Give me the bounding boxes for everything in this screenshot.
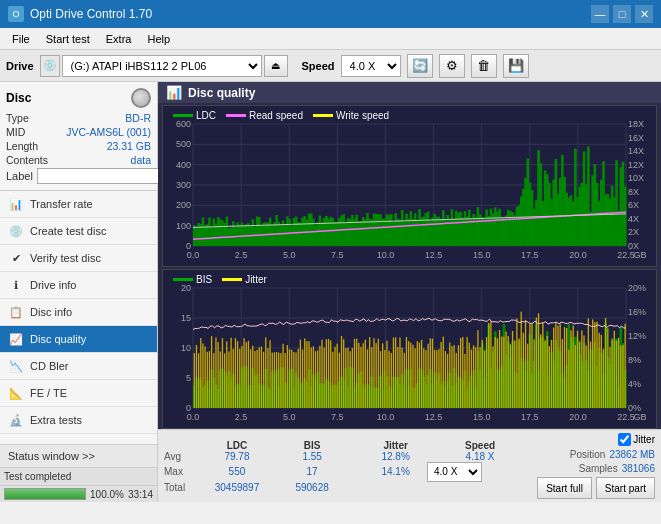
maximize-button[interactable]: □	[613, 5, 631, 23]
menu-extra[interactable]: Extra	[98, 31, 140, 47]
top-chart-canvas	[163, 106, 656, 264]
verify-test-disc-icon: ✔	[8, 250, 24, 266]
content-area: 📊 Disc quality LDC Read speed	[158, 82, 661, 502]
erase-button[interactable]: 🗑	[471, 54, 497, 78]
nav-drive-info[interactable]: ℹ Drive info	[0, 272, 157, 299]
disc-quality-icon: 📈	[8, 331, 24, 347]
stats-avg-jitter: 12.8%	[364, 451, 427, 462]
transfer-rate-icon: 📊	[8, 196, 24, 212]
stats-max-row: Max 550 17 14.1% 4.0 X	[164, 462, 533, 482]
nav-disc-quality[interactable]: 📈 Disc quality	[0, 326, 157, 353]
disc-panel-title: Disc	[6, 91, 31, 105]
nav-extra-tests[interactable]: 🔬 Extra tests	[0, 407, 157, 434]
menu-file[interactable]: File	[4, 31, 38, 47]
samples-row: Samples 381066	[579, 463, 655, 474]
position-row: Position 23862 MB	[570, 449, 655, 460]
drive-eject-button[interactable]: ⏏	[264, 55, 288, 77]
nav-fe-te[interactable]: 📐 FE / TE	[0, 380, 157, 407]
nav-transfer-rate[interactable]: 📊 Transfer rate	[0, 191, 157, 218]
drive-info-icon: ℹ	[8, 277, 24, 293]
nav-fe-te-label: FE / TE	[30, 387, 67, 399]
stats-total-ldc: 30459897	[194, 482, 280, 493]
disc-mid-value: JVC-AMS6L (001)	[66, 126, 151, 138]
nav-cd-bler-label: CD Bler	[30, 360, 69, 372]
app-title: Opti Drive Control 1.70	[30, 7, 152, 21]
legend-ldc: LDC	[173, 110, 216, 121]
legend-write-speed-color	[313, 114, 333, 117]
stats-speed-dropdown[interactable]: 4.0 X	[427, 462, 482, 482]
disc-label-label: Label	[6, 170, 33, 182]
speed-select[interactable]: 4.0 X	[341, 55, 401, 77]
position-label: Position	[570, 449, 606, 460]
legend-bis-label: BIS	[196, 274, 212, 285]
menu-bar: File Start test Extra Help	[0, 28, 661, 50]
disc-icon	[131, 88, 151, 108]
chart-header: 📊 Disc quality	[158, 82, 661, 103]
stats-max-label: Max	[164, 462, 194, 482]
stats-total-bis: 590628	[280, 482, 344, 493]
disc-type-label: Type	[6, 112, 29, 124]
disc-mid-label: MID	[6, 126, 25, 138]
nav-cd-bler[interactable]: 📉 CD Bler	[0, 353, 157, 380]
stats-avg-bis: 1.55	[280, 451, 344, 462]
nav-create-test-disc[interactable]: 💿 Create test disc	[0, 218, 157, 245]
settings-button[interactable]: ⚙	[439, 54, 465, 78]
drive-select[interactable]: (G:) ATAPI iHBS112 2 PL06	[62, 55, 262, 77]
stats-max-ldc: 550	[194, 462, 280, 482]
legend-ldc-color	[173, 114, 193, 117]
stats-header-speed: Speed	[427, 440, 533, 451]
stats-total-row: Total 30459897 590628	[164, 482, 533, 493]
sidebar: Disc Type BD-R MID JVC-AMS6L (001) Lengt…	[0, 82, 158, 502]
nav-disc-info[interactable]: 📋 Disc info	[0, 299, 157, 326]
nav-items: 📊 Transfer rate 💿 Create test disc ✔ Ver…	[0, 191, 157, 434]
jitter-checkbox[interactable]	[618, 433, 631, 446]
main-content: Disc Type BD-R MID JVC-AMS6L (001) Lengt…	[0, 82, 661, 502]
progress-text: 100.0%	[90, 489, 124, 500]
disc-label-input[interactable]	[37, 168, 170, 184]
status-completed-text: Test completed	[4, 471, 71, 482]
disc-panel: Disc Type BD-R MID JVC-AMS6L (001) Lengt…	[0, 82, 157, 191]
fe-te-icon: 📐	[8, 385, 24, 401]
stats-speed-val: 4.18 X	[427, 451, 533, 462]
nav-disc-info-label: Disc info	[30, 306, 72, 318]
nav-transfer-rate-label: Transfer rate	[30, 198, 93, 210]
nav-drive-info-label: Drive info	[30, 279, 76, 291]
menu-help[interactable]: Help	[139, 31, 178, 47]
legend-read-speed: Read speed	[226, 110, 303, 121]
stats-avg-row: Avg 79.78 1.55 12.8% 4.18 X	[164, 451, 533, 462]
legend-bis: BIS	[173, 274, 212, 285]
stats-avg-ldc: 79.78	[194, 451, 280, 462]
stats-header-bis: BIS	[280, 440, 344, 451]
start-full-button[interactable]: Start full	[537, 477, 592, 499]
legend-jitter-color	[222, 278, 242, 281]
stats-total-label: Total	[164, 482, 194, 493]
start-part-button[interactable]: Start part	[596, 477, 655, 499]
save-button[interactable]: 💾	[503, 54, 529, 78]
progress-container: Test completed	[0, 467, 157, 485]
nav-verify-test-disc[interactable]: ✔ Verify test disc	[0, 245, 157, 272]
app-icon: O	[8, 6, 24, 22]
legend-jitter-label: Jitter	[245, 274, 267, 285]
stats-max-bis: 17	[280, 462, 344, 482]
samples-value: 381066	[622, 463, 655, 474]
window-controls: — □ ✕	[591, 5, 653, 23]
stats-header-ldc: LDC	[194, 440, 280, 451]
minimize-button[interactable]: —	[591, 5, 609, 23]
nav-verify-test-disc-label: Verify test disc	[30, 252, 101, 264]
jitter-checkbox-label: Jitter	[618, 433, 655, 446]
progress-bar	[4, 488, 86, 500]
stats-max-jitter: 14.1%	[364, 462, 427, 482]
stats-header-jitter: Jitter	[364, 440, 427, 451]
disc-length-label: Length	[6, 140, 38, 152]
legend-bis-color	[173, 278, 193, 281]
menu-start-test[interactable]: Start test	[38, 31, 98, 47]
status-window-label: Status window >>	[8, 450, 95, 462]
refresh-button[interactable]: 🔄	[407, 54, 433, 78]
close-button[interactable]: ✕	[635, 5, 653, 23]
nav-extra-tests-label: Extra tests	[30, 414, 82, 426]
legend-ldc-label: LDC	[196, 110, 216, 121]
stats-right: Jitter Position 23862 MB Samples 381066 …	[537, 433, 655, 499]
status-window-button[interactable]: Status window >>	[0, 444, 157, 467]
nav-disc-quality-label: Disc quality	[30, 333, 86, 345]
title-bar: O Opti Drive Control 1.70 — □ ✕	[0, 0, 661, 28]
